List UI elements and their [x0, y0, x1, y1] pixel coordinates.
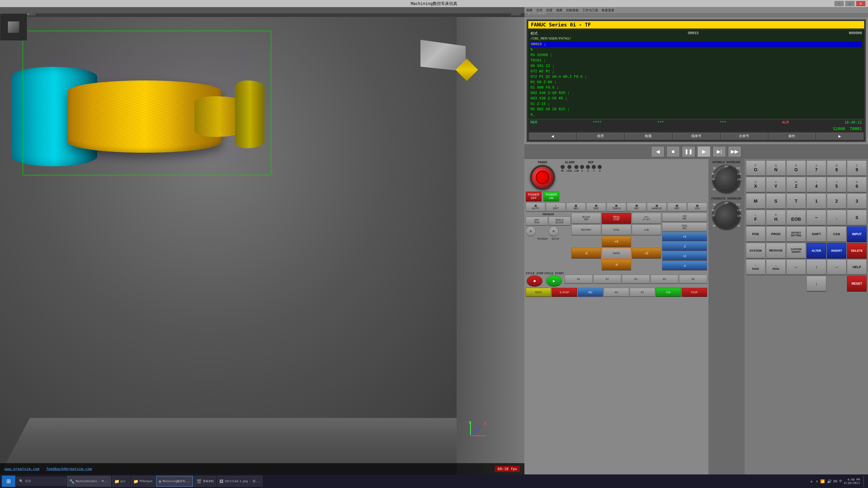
axis-plus-x-btn[interactable]: +X	[602, 236, 631, 247]
opt-et-set-btn[interactable]: OPTET SET	[632, 213, 661, 224]
prog-stop-btn[interactable]: PROGSTOP	[602, 213, 631, 224]
key-z-w[interactable]: WZ	[786, 177, 806, 193]
key-6-k[interactable]: K6	[847, 177, 867, 193]
menu-file[interactable]: 文件	[536, 8, 542, 12]
mode-ref-btn[interactable]: ⬛REF	[667, 203, 687, 212]
key-arrow-right[interactable]: →	[827, 259, 846, 275]
mode-jog-btn[interactable]: ⬛JOG	[687, 203, 707, 212]
playback-play[interactable]: ▶	[697, 146, 711, 157]
playback-prev[interactable]: ◀	[651, 146, 664, 157]
mode-teach-btn[interactable]: ⬛TEACH	[607, 203, 626, 212]
key-f-l[interactable]: LF	[746, 210, 766, 226]
estop-btn[interactable]: E-STOP	[552, 288, 577, 297]
key-h-d[interactable]: DH	[766, 210, 786, 226]
taskbar-app-image[interactable]: 🖼 Untitled-1.png - 照...	[217, 476, 263, 487]
fanuc-nav-forward[interactable]: ▶	[816, 133, 863, 139]
menu-measurement[interactable]: 测量	[526, 8, 532, 12]
key-5-j[interactable]: J5	[827, 177, 846, 193]
fanuc-nav-current[interactable]: 现单节	[673, 133, 720, 139]
search-box[interactable]: 🔍 搜索	[16, 477, 66, 486]
axis-plus-z2-btn[interactable]: +Z	[662, 252, 707, 261]
axis-plus-x2-btn[interactable]: +X	[662, 232, 707, 241]
key-system[interactable]: SYSTEM	[746, 243, 766, 259]
playback-stop[interactable]: ■	[666, 146, 680, 157]
rst0-btn[interactable]: RST0	[526, 288, 551, 297]
menu-workpiece-tool[interactable]: 工件与工装	[582, 8, 598, 12]
key-custom-graph[interactable]: CUSTOMGRAPH	[786, 243, 806, 259]
k1-btn[interactable]: K1	[565, 275, 592, 284]
key-y-v[interactable]: VY	[766, 177, 786, 193]
key-pos[interactable]: POS	[746, 226, 766, 242]
key-shift[interactable]: SHIFT	[807, 226, 826, 242]
mode-edit-btn[interactable]: ✎EDIT	[546, 203, 565, 212]
fanuc-nav-operate[interactable]: 操作	[769, 133, 815, 139]
key-eob[interactable]: ;EOB	[786, 210, 806, 226]
taskbar-app-pic[interactable]: 📁 pic	[112, 476, 130, 487]
key-help[interactable]: HELP	[847, 259, 867, 275]
k4-btn[interactable]: K4	[651, 275, 678, 284]
fanuc-nav-next-seq[interactable]: 次单节	[721, 133, 768, 139]
taskbar-app-ffoutput[interactable]: 📁 FFOutput	[131, 476, 155, 487]
cool-btn[interactable]: COOL	[602, 225, 631, 236]
key-s[interactable]: S	[766, 193, 786, 209]
key-4-i[interactable]: I4	[807, 177, 826, 193]
cycle-stop-button[interactable]: ⏹	[527, 275, 542, 287]
key-insert[interactable]: INSERT	[827, 243, 846, 259]
power-off-button[interactable]: POWER OFF	[526, 192, 541, 201]
mode-dnc-btn[interactable]: ⬛DNC	[586, 203, 606, 212]
menu-switch-panel[interactable]: 切换面板	[566, 8, 579, 12]
fanuc-nav-prev[interactable]: ◀	[529, 133, 576, 139]
lub-btn[interactable]: LUB	[632, 225, 661, 236]
axis-plus-z-btn[interactable]: +Z	[632, 248, 661, 259]
fanuc-nav-check[interactable]: 检视	[625, 133, 672, 139]
key-message[interactable]: MESSAGE	[766, 243, 786, 259]
maximize-button[interactable]: □	[845, 1, 855, 6]
fanuc-nav-prog[interactable]: 程序	[577, 133, 624, 139]
program-btn-circle[interactable]: ⚙	[526, 226, 536, 236]
restart-btn[interactable]: RESTART	[571, 225, 601, 236]
cycle-start-button[interactable]: ▶	[546, 275, 562, 287]
feedback-link[interactable]: feedback@greatsim.com	[46, 467, 92, 471]
taskbar-app-screenrecord[interactable]: 🎬 屏幕录制	[194, 476, 216, 487]
key-x-u[interactable]: UX	[746, 177, 766, 193]
key-dot[interactable]: .	[827, 210, 846, 226]
key-3[interactable]: 3	[847, 193, 867, 209]
start-button[interactable]: ⊞	[2, 476, 16, 487]
playback-step[interactable]: ▶|	[712, 146, 726, 157]
drive-btn-circle[interactable]: ⚙	[549, 226, 559, 236]
key-prog[interactable]: PROG	[766, 226, 786, 242]
k3-btn[interactable]: K3	[622, 275, 650, 284]
block-skip-btn[interactable]: BLOCKSKP	[571, 213, 601, 224]
tool-inc-btn[interactable]: TOOLINC	[662, 223, 707, 232]
k2-btn[interactable]: K2	[593, 275, 621, 284]
playback-pause[interactable]: ❚❚	[682, 146, 695, 157]
key-9-c[interactable]: C9	[847, 160, 867, 176]
show-desktop-btn[interactable]	[864, 476, 866, 487]
key-delete[interactable]: DELETE	[847, 243, 867, 259]
key-arrow-left[interactable]: ←	[786, 259, 806, 275]
taskbar-app-machining[interactable]: ⚙ Machining数控车...	[156, 476, 193, 487]
taskbar-app-machineStudio[interactable]: 🔧 MachineStudio - M...	[67, 476, 111, 487]
spindle-override-dial[interactable]: 100 110 120 130 90 80 70 60 50	[712, 165, 741, 194]
key-n-q[interactable]: QN	[766, 160, 786, 176]
close-button[interactable]: ✕	[856, 1, 865, 6]
key-arrow-down[interactable]: ↓	[807, 276, 826, 292]
minimize-button[interactable]: ─	[835, 1, 844, 6]
axis-minus-x-btn[interactable]: -X	[602, 259, 631, 270]
k7-btn[interactable]: K7	[630, 288, 655, 297]
power-dial[interactable]	[530, 165, 555, 190]
key-t[interactable]: T	[786, 193, 806, 209]
key-g-r[interactable]: RG	[786, 160, 806, 176]
key-alter[interactable]: ALTER	[807, 243, 826, 259]
axis-minus-z2-btn[interactable]: -Z	[662, 242, 707, 251]
key-arrow-up[interactable]: ↑	[807, 259, 826, 275]
mode-handle-btn[interactable]: ⬛HANDLE	[647, 203, 666, 212]
mode-auto-btn[interactable]: ⬛AUTO	[526, 203, 545, 212]
key-can[interactable]: CAN	[827, 226, 846, 242]
key-0[interactable]: 0	[847, 210, 867, 226]
feedrate-override-dial[interactable]: 100 110 120 130 90 80 70 60 50	[712, 201, 741, 230]
cw-btn[interactable]: CW	[656, 288, 681, 297]
mode-inc-btn[interactable]: ⬛INC	[627, 203, 646, 212]
key-o-p[interactable]: PO	[746, 160, 766, 176]
key-m[interactable]: M	[746, 193, 766, 209]
